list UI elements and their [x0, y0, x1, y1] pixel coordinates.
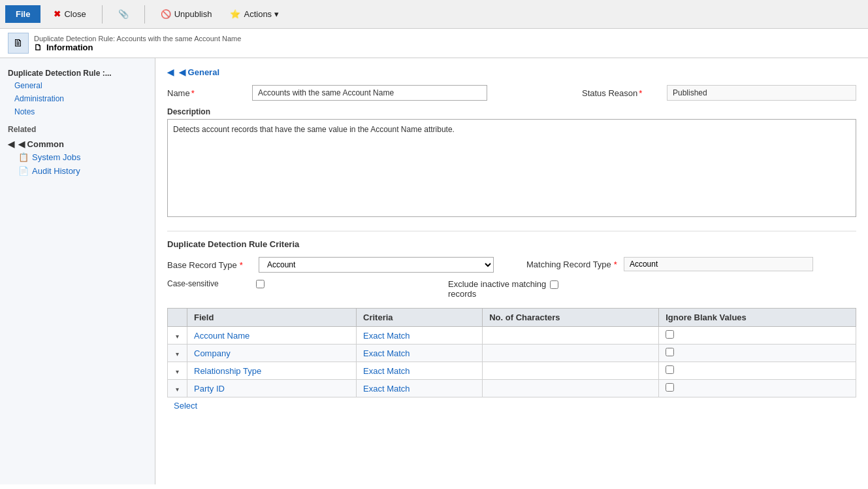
row-field-cell: Party ID — [187, 380, 357, 397]
breadcrumb: Duplicate Detection Rule: Accounts with … — [34, 35, 241, 42]
criteria-table: Field Criteria No. of Characters Ignore … — [167, 308, 856, 397]
name-field-group: Name* — [167, 85, 582, 101]
matching-record-type-label-text: Matching Record Type — [526, 260, 611, 269]
sidebar-item-notes[interactable]: Notes — [0, 105, 155, 118]
criteria-link[interactable]: Exact Match — [363, 366, 410, 376]
field-link[interactable]: Company — [194, 348, 231, 358]
row-field-cell: Company — [187, 345, 357, 362]
select-link-container: Select — [167, 397, 856, 414]
ignore-blank-checkbox[interactable] — [666, 348, 674, 356]
row-expand-icon: ▾ — [176, 333, 179, 340]
exclude-inactive-group: Exclude inactive matching records — [448, 279, 558, 299]
status-reason-input[interactable] — [667, 85, 856, 101]
name-status-row: Name* Status Reason* — [167, 85, 856, 101]
main-layout: Duplicate Detection Rule :... General Ad… — [0, 58, 868, 484]
clip-button[interactable]: 📎 — [113, 7, 134, 22]
row-field-cell: Relationship Type — [187, 362, 357, 380]
system-jobs-icon: 📋 — [18, 152, 29, 162]
status-reason-label-text: Status Reason — [582, 88, 637, 98]
unpublish-button[interactable]: 🚫 Unpublish — [155, 7, 217, 22]
base-record-type-label: Base Record Type* — [167, 260, 252, 270]
common-collapse-icon: ◀ — [8, 139, 14, 149]
num-chars-col-label: No. of Characters — [489, 312, 560, 322]
page-title: 🗋 Information — [34, 42, 241, 52]
table-header-row: Field Criteria No. of Characters Ignore … — [168, 309, 856, 327]
close-label: Close — [64, 9, 86, 19]
page-title-text: Information — [46, 42, 93, 52]
exclude-inactive-label: Exclude inactive matching — [448, 279, 546, 289]
content-area: ◀ ◀ General Name* Status Reason* Descrip… — [155, 58, 868, 484]
close-button[interactable]: ✖ Close — [48, 7, 91, 22]
row-num-chars-cell — [483, 380, 659, 397]
select-link[interactable]: Select — [174, 401, 197, 411]
matching-record-type-input[interactable] — [624, 257, 813, 271]
sidebar-common-title: ◀ ◀ Common — [0, 137, 155, 150]
ignore-blank-checkbox[interactable] — [666, 383, 674, 392]
status-reason-label: Status Reason* — [582, 88, 660, 98]
row-ignore-blank-cell — [659, 362, 856, 380]
sidebar: Duplicate Detection Rule :... General Ad… — [0, 58, 155, 484]
criteria-link[interactable]: Exact Match — [363, 331, 410, 341]
row-arrow-cell: ▾ — [168, 327, 187, 345]
checkbox-row: Case-sensitive Exclude inactive matching… — [167, 279, 856, 299]
ignore-blank-col-label: Ignore Blank Values — [666, 312, 747, 322]
toolbar: File ✖ Close 📎 🚫 Unpublish ⭐ Actions ▾ — [0, 0, 868, 29]
ignore-blank-checkbox[interactable] — [666, 365, 674, 374]
sidebar-item-general[interactable]: General — [0, 79, 155, 92]
case-sensitive-label: Case-sensitive — [167, 279, 252, 288]
col-header-num-chars: No. of Characters — [483, 309, 659, 327]
col-header-field: Field — [187, 309, 357, 327]
unpublish-label: Unpublish — [174, 9, 212, 19]
field-link[interactable]: Account Name — [194, 331, 249, 341]
field-link[interactable]: Party ID — [194, 384, 225, 394]
col-header-arrow — [168, 309, 187, 327]
criteria-col-label: Criteria — [363, 312, 393, 322]
sidebar-related-title: Related — [0, 118, 155, 137]
audit-history-icon: 📄 — [18, 166, 29, 176]
name-label: Name* — [167, 88, 246, 98]
status-required: * — [639, 88, 642, 98]
sidebar-item-audit-history[interactable]: 📄 Audit History — [0, 164, 155, 178]
case-sensitive-checkbox[interactable] — [256, 280, 265, 288]
criteria-section-title: Duplicate Detection Rule Criteria — [167, 231, 856, 249]
row-expand-icon: ▾ — [176, 350, 179, 358]
exclude-inactive-label-block: Exclude inactive matching records — [448, 279, 546, 299]
description-label: Description — [167, 107, 856, 116]
row-ignore-blank-cell — [659, 380, 856, 397]
row-expand-icon: ▾ — [176, 368, 179, 375]
file-button[interactable]: File — [5, 5, 40, 23]
close-icon: ✖ — [54, 9, 61, 19]
criteria-link[interactable]: Exact Match — [363, 348, 410, 358]
ignore-blank-checkbox[interactable] — [666, 330, 674, 339]
description-textarea[interactable]: Detects account records that have the sa… — [167, 119, 856, 217]
header-bar: 🗎 Duplicate Detection Rule: Accounts wit… — [0, 29, 868, 58]
page-title-icon: 🗋 — [34, 42, 42, 52]
row-arrow-cell: ▾ — [168, 380, 187, 397]
table-row: ▾ Relationship Type Exact Match — [168, 362, 856, 380]
base-record-type-select[interactable]: Account — [259, 257, 494, 273]
actions-label: Actions ▾ — [244, 9, 278, 19]
criteria-link[interactable]: Exact Match — [363, 384, 410, 394]
exclude-inactive-checkbox[interactable] — [550, 280, 558, 289]
table-row: ▾ Party ID Exact Match — [168, 380, 856, 397]
name-input[interactable] — [252, 85, 487, 101]
col-header-criteria: Criteria — [357, 309, 483, 327]
general-collapse-icon: ◀ — [167, 67, 174, 77]
field-link[interactable]: Relationship Type — [194, 366, 261, 376]
separator-1 — [102, 5, 103, 24]
row-criteria-cell: Exact Match — [357, 362, 483, 380]
row-criteria-cell: Exact Match — [357, 327, 483, 345]
sidebar-item-administration[interactable]: Administration — [0, 92, 155, 105]
record-icon: 🗎 — [8, 33, 29, 54]
actions-button[interactable]: ⭐ Actions ▾ — [225, 7, 283, 22]
separator-2 — [144, 5, 145, 24]
matching-record-type-label: Matching Record Type* — [526, 260, 617, 269]
row-criteria-cell: Exact Match — [357, 345, 483, 362]
row-arrow-cell: ▾ — [168, 362, 187, 380]
sidebar-section-title: Duplicate Detection Rule :... — [0, 65, 155, 79]
row-expand-icon: ▾ — [176, 386, 179, 393]
name-label-text: Name — [167, 88, 190, 98]
exclude-inactive-label2: records — [448, 289, 546, 299]
row-num-chars-cell — [483, 362, 659, 380]
sidebar-item-system-jobs[interactable]: 📋 System Jobs — [0, 150, 155, 164]
